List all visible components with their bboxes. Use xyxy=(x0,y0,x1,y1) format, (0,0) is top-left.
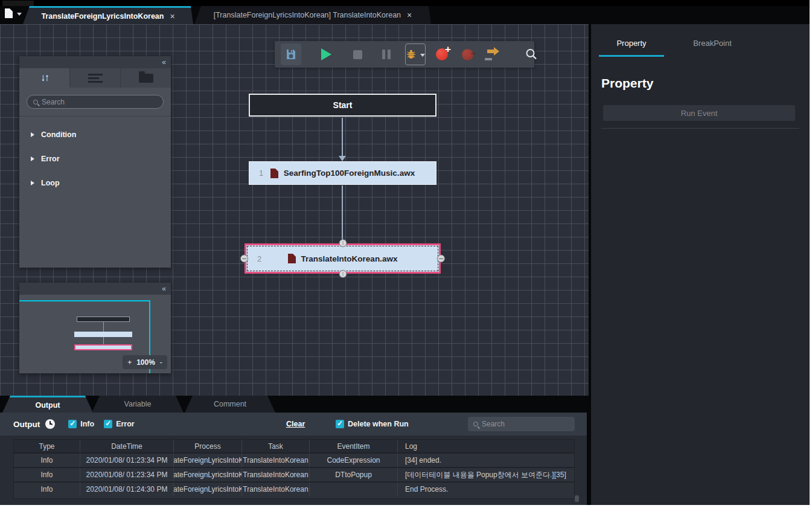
palette-tab-list[interactable] xyxy=(69,68,120,88)
palette-tab-sort[interactable]: ↓↑ xyxy=(19,68,69,88)
column-header-log[interactable]: Log xyxy=(398,440,574,452)
tab-property[interactable]: Property xyxy=(599,39,664,57)
activity-palette-panel: « ↓↑ Condition xyxy=(19,56,171,268)
zoom-out-button[interactable]: - xyxy=(160,358,162,367)
clear-link[interactable]: Clear xyxy=(286,420,305,428)
minimap-node-1 xyxy=(74,332,132,337)
table-row[interactable]: Info 2020/01/08/ 01:24:30 PM TranslateFo… xyxy=(14,481,574,496)
collapse-icon[interactable]: « xyxy=(162,285,166,293)
cell-type: Info xyxy=(14,454,80,467)
property-panel: Property BreakPoint Property Run Event xyxy=(591,24,810,505)
run-toolbar xyxy=(275,41,534,68)
table-row[interactable]: Info 2020/01/08/ 01:23:34 PM TranslateFo… xyxy=(14,467,574,481)
expand-caret-icon xyxy=(31,181,34,185)
cell-log: [데이터테이블 내용을 Popup창에서 보여준다.][35] xyxy=(398,468,574,481)
remove-breakpoint-button[interactable] xyxy=(457,43,478,65)
file-menu-button[interactable] xyxy=(5,8,22,18)
step-over-button[interactable] xyxy=(482,43,503,65)
close-icon[interactable]: × xyxy=(170,11,174,21)
awx-file-icon xyxy=(270,169,278,178)
debug-button[interactable] xyxy=(405,43,426,65)
property-panel-tabs: Property BreakPoint xyxy=(599,39,745,57)
cell-eventitem: CodeExpression xyxy=(310,454,398,467)
connection-handle-left[interactable] xyxy=(240,255,248,263)
cell-datetime: 2020/01/08/ 01:24:30 PM xyxy=(80,483,174,496)
delete-when-run-checkbox[interactable]: Delete when Run xyxy=(336,420,409,428)
tree-item-condition[interactable]: Condition xyxy=(19,123,171,147)
output-title: Output xyxy=(13,420,40,429)
chevron-down-icon xyxy=(17,13,22,16)
tab-translate-foreign-lyrics[interactable]: TranslateForeignLyricsIntoKorean × xyxy=(23,6,193,24)
run-event-button[interactable]: Run Event xyxy=(603,105,795,121)
top-menu-bar xyxy=(0,0,810,6)
node-start[interactable]: Start xyxy=(249,94,436,117)
tree-item-loop[interactable]: Loop xyxy=(19,171,171,195)
column-header-datetime[interactable]: DateTime xyxy=(80,440,174,452)
cell-eventitem: DTtoPopup xyxy=(310,468,398,481)
add-breakpoint-button[interactable] xyxy=(432,43,452,65)
tab-variable[interactable]: Variable xyxy=(92,396,184,413)
remove-breakpoint-icon xyxy=(462,49,473,60)
connection-handle-bottom[interactable] xyxy=(339,270,347,278)
cell-log: End Process. xyxy=(398,483,574,496)
app-logo xyxy=(2,1,34,6)
pause-button[interactable] xyxy=(376,43,397,65)
connection-handle-top[interactable] xyxy=(339,239,347,247)
run-button[interactable] xyxy=(316,43,336,65)
close-icon[interactable]: × xyxy=(407,10,412,20)
save-button[interactable] xyxy=(281,43,301,65)
zoom-in-button[interactable]: + xyxy=(127,358,132,367)
tab-comment[interactable]: Comment xyxy=(185,396,275,413)
search-button[interactable] xyxy=(521,43,542,65)
tree-item-error[interactable]: Error xyxy=(19,147,171,171)
cell-datetime: 2020/01/08/ 01:23:34 PM xyxy=(80,454,174,467)
column-header-type[interactable]: Type xyxy=(14,440,80,452)
node-searfing-top100[interactable]: 1 SearfingTop100ForeignMusic.awx xyxy=(249,161,436,185)
table-row[interactable]: Info 2020/01/08/ 01:23:34 PM TranslateFo… xyxy=(14,452,574,467)
minimap-panel: « + 100% - xyxy=(19,283,171,373)
column-header-task[interactable]: Task xyxy=(242,440,310,452)
zoom-level: 100% xyxy=(136,358,155,367)
palette-search xyxy=(27,95,164,109)
filter-info-checkbox[interactable]: Info xyxy=(68,420,94,428)
output-panel-tabs: Output Variable Comment xyxy=(0,396,587,413)
node-index: 1 xyxy=(259,169,263,178)
column-header-process[interactable]: Process xyxy=(174,440,242,452)
node-translate-into-korean-selected[interactable]: 2 TranslateIntoKorean.awx xyxy=(245,243,441,274)
filter-error-checkbox[interactable]: Error xyxy=(104,420,135,428)
cell-process: TranslateForeignLyricsIntoKorean xyxy=(174,454,242,467)
node-label: Start xyxy=(333,100,353,110)
cell-log: [34] ended. xyxy=(398,454,574,467)
palette-tab-folder[interactable] xyxy=(120,68,171,88)
connector-arrowhead-icon xyxy=(339,156,346,161)
chevron-down-icon xyxy=(420,54,425,57)
column-header-eventitem[interactable]: EventItem xyxy=(310,440,398,452)
minimap-body[interactable]: + 100% - xyxy=(19,295,171,373)
scrollbar-thumb[interactable] xyxy=(575,495,579,502)
awx-file-icon xyxy=(288,254,296,263)
file-icon xyxy=(5,8,13,18)
palette-header: « xyxy=(19,56,171,68)
stop-button[interactable] xyxy=(347,43,368,65)
node-label: TranslateIntoKorean.awx xyxy=(301,254,398,263)
collapse-icon[interactable]: « xyxy=(162,58,166,66)
search-icon xyxy=(473,422,478,426)
palette-tabs: ↓↑ xyxy=(19,68,171,88)
flow-canvas[interactable]: « ↓↑ Condition xyxy=(0,24,589,396)
minimap-viewport-edge xyxy=(19,300,150,301)
checkbox-checked-icon xyxy=(336,420,344,428)
clock-icon[interactable] xyxy=(45,419,55,429)
palette-search-input[interactable] xyxy=(42,98,157,106)
minimap-start-node xyxy=(77,317,130,322)
cell-task: TranslateIntoKorean xyxy=(242,468,310,481)
output-search-input[interactable] xyxy=(482,420,569,428)
checkbox-checked-icon xyxy=(68,420,77,428)
bug-icon xyxy=(406,49,417,60)
tab-output[interactable]: Output xyxy=(2,396,93,413)
tab-breakpoint[interactable]: BreakPoint xyxy=(680,39,745,57)
search-icon xyxy=(525,48,538,61)
connection-handle-right[interactable] xyxy=(437,255,445,263)
node-label: SearfingTop100ForeignMusic.awx xyxy=(284,169,415,178)
output-search xyxy=(468,417,575,431)
tab-translate-into-korean[interactable]: [TranslateForeignLyricsIntoKorean] Trans… xyxy=(194,6,431,24)
